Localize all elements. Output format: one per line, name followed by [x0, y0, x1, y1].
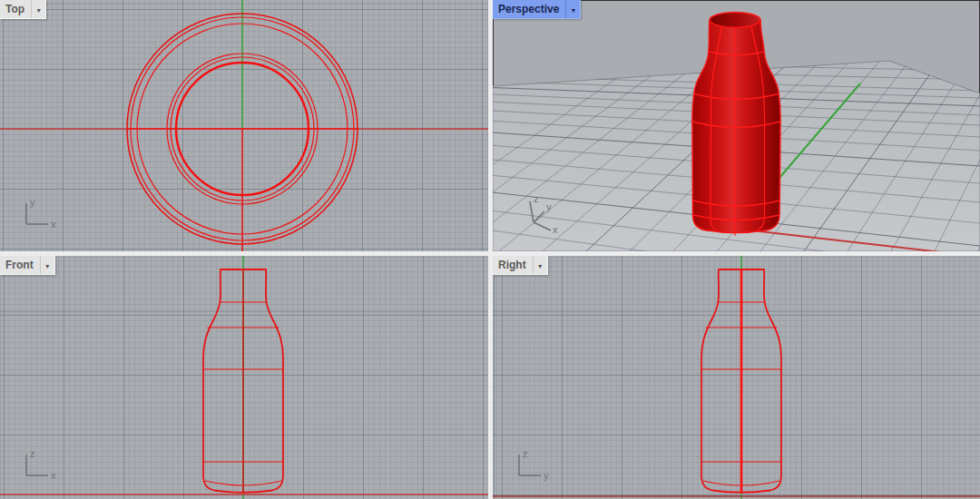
viewport-menu-button[interactable]: ▼ — [40, 256, 54, 274]
right-view-canvas[interactable] — [493, 256, 980, 499]
viewport-title[interactable]: Top — [0, 0, 31, 18]
viewport-perspective[interactable]: Perspective ▼ z y x — [493, 0, 980, 251]
axis-tripod-icon: z y x — [518, 193, 564, 235]
svg-text:x: x — [51, 219, 56, 230]
viewport-front[interactable]: Front ▼ z x — [0, 256, 488, 499]
svg-text:z: z — [523, 448, 528, 459]
chevron-down-icon: ▼ — [35, 6, 42, 13]
viewport-menu-button[interactable]: ▼ — [31, 0, 45, 18]
viewport-tab-top[interactable]: Top ▼ — [0, 0, 46, 19]
top-view-canvas[interactable] — [0, 0, 488, 251]
viewport-title[interactable]: Front — [0, 256, 40, 274]
svg-text:x: x — [553, 224, 558, 235]
svg-text:y: y — [544, 470, 549, 481]
viewport-title[interactable]: Perspective — [493, 0, 565, 18]
chevron-down-icon: ▼ — [570, 6, 576, 13]
viewport-tab-right[interactable]: Right ▼ — [493, 256, 548, 275]
svg-text:y: y — [30, 197, 35, 208]
svg-text:y: y — [546, 201, 552, 212]
front-view-canvas[interactable] — [0, 256, 488, 499]
viewport-tab-front[interactable]: Front ▼ — [0, 256, 55, 275]
viewport-menu-button[interactable]: ▼ — [565, 0, 580, 18]
bottle-model-front-view[interactable] — [203, 269, 283, 493]
viewport-top[interactable]: Top ▼ y x — [0, 0, 488, 251]
viewport-grid: Top ▼ y x — [0, 0, 980, 499]
svg-text:z: z — [30, 448, 35, 459]
viewport-title[interactable]: Right — [493, 256, 533, 274]
perspective-view-canvas[interactable] — [493, 0, 980, 251]
chevron-down-icon: ▼ — [44, 262, 51, 269]
viewport-right[interactable]: Right ▼ z y — [493, 256, 980, 499]
svg-text:x: x — [51, 470, 56, 481]
viewport-tab-perspective[interactable]: Perspective ▼ — [493, 0, 581, 19]
axis-tripod-icon: z y — [511, 446, 553, 483]
bottle-model-perspective[interactable] — [692, 13, 780, 236]
svg-text:z: z — [534, 193, 539, 204]
axis-tripod-icon: z x — [18, 446, 60, 483]
bottle-model-right-view[interactable] — [701, 269, 781, 493]
viewport-menu-button[interactable]: ▼ — [533, 256, 547, 274]
axis-tripod-icon: y x — [18, 195, 60, 231]
chevron-down-icon: ▼ — [537, 262, 544, 269]
